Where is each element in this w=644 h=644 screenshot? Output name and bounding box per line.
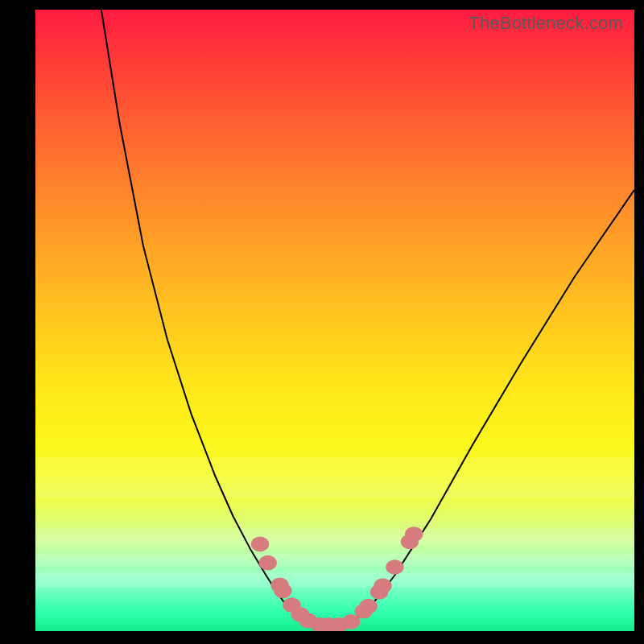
- marker-group: [251, 526, 423, 631]
- data-marker: [360, 599, 378, 614]
- data-marker: [386, 559, 403, 575]
- data-marker: [405, 526, 423, 542]
- plot-area: TheBottleneck.com: [35, 10, 634, 631]
- chart-svg: [35, 10, 634, 631]
- data-marker: [259, 555, 277, 571]
- data-marker: [251, 537, 269, 552]
- data-marker: [274, 584, 291, 599]
- data-marker: [374, 578, 391, 593]
- chart-frame: TheBottleneck.com: [0, 0, 644, 644]
- bottleneck-curve: [101, 10, 634, 625]
